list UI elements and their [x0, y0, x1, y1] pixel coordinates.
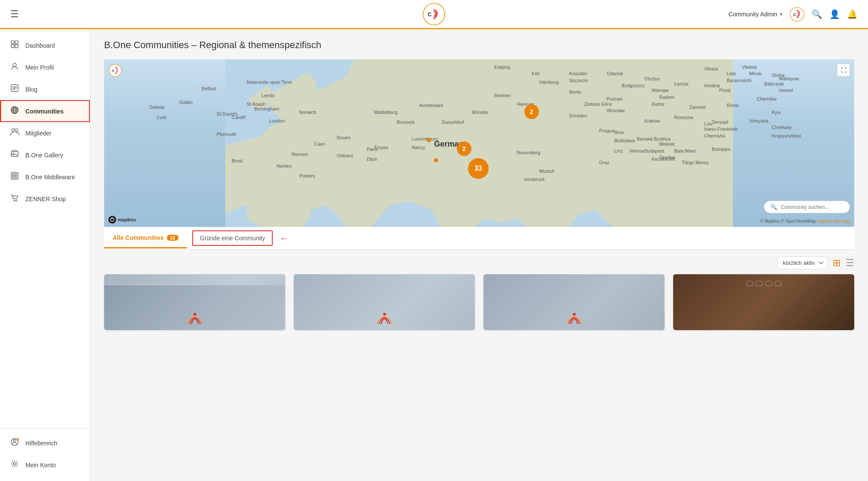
- help-icon: ?: [10, 438, 19, 448]
- svg-point-41: [193, 313, 196, 316]
- sidebar-item-mein-profil[interactable]: Mein Profil: [0, 56, 90, 78]
- map-label-stdavids: St David's: [217, 111, 238, 116]
- content-area: B.One Communities – Regional & themenspe…: [90, 29, 868, 481]
- map-label-kyiv: Kyiv: [772, 110, 781, 115]
- svg-point-28: [14, 200, 15, 201]
- map-label-munich: Munich: [539, 169, 554, 174]
- map-label-baiamare: Baia Mare: [674, 148, 696, 153]
- map-label-chernihiv: Chernihiv: [757, 96, 776, 101]
- sidebar-item-dashboard[interactable]: Dashboard: [0, 34, 90, 56]
- svg-point-0: [423, 3, 445, 25]
- improve-map-link[interactable]: Improve this map: [817, 219, 850, 224]
- tab-all-communities[interactable]: Alle Communities 12: [104, 228, 187, 248]
- map-label-esbjerg: Esbjerg: [494, 64, 510, 70]
- sidebar-item-blog[interactable]: Blog: [0, 78, 90, 100]
- header-app-logo-small: C: [789, 6, 805, 22]
- sidebar-item-mitglieder[interactable]: Mitglieder: [0, 122, 90, 144]
- map-label-babruysk: Babruysk: [764, 81, 784, 86]
- map-label-berlin: Berlin: [569, 89, 581, 95]
- sidebar: Dashboard Mein Profil: [0, 29, 90, 481]
- map-label-rouen: Rouen: [337, 135, 351, 140]
- sidebar-item-mein-konto[interactable]: Mein Konto: [0, 454, 90, 476]
- svg-point-31: [13, 439, 16, 442]
- map-label-norwich: Norwich: [299, 110, 316, 115]
- map-label-orsha: Orsha: [772, 73, 785, 78]
- map-label-lomza: Łomża: [674, 81, 688, 86]
- main-container: Dashboard Mein Profil: [0, 29, 868, 481]
- map-container[interactable]: Germany Esbjerg Kiel Hámburg Bremen Berl…: [104, 59, 854, 227]
- communities-icon: [10, 106, 19, 116]
- map-label-rzeszow: Rzeszów: [674, 115, 693, 120]
- svg-text:C: C: [428, 11, 432, 17]
- sidebar-item-label-middleware: B.One Middleware: [25, 174, 75, 181]
- account-icon: [10, 460, 19, 470]
- map-label-radom: Radom: [659, 95, 674, 100]
- map-label-pinsk: Pinsk: [719, 88, 731, 93]
- sidebar-item-communities[interactable]: Communities: [0, 100, 90, 122]
- svg-rect-7: [15, 45, 18, 48]
- svg-point-2: [790, 7, 804, 21]
- sort-select[interactable]: kürzlich aktiv Alphabetisch Neu erstellt: [777, 257, 828, 269]
- svg-rect-4: [11, 41, 14, 44]
- sidebar-bottom: ? Hilfebereich Mein Konto: [0, 428, 90, 476]
- community-card-4-image: [673, 274, 854, 330]
- tab-gruende-wrapper: Gründe eine Community ←: [187, 227, 289, 249]
- view-grid-button[interactable]: ⊞: [833, 257, 840, 269]
- map-fullscreen-button[interactable]: ⛶: [837, 64, 850, 77]
- map-label-prague: Prague: [599, 128, 614, 133]
- map-label-hamburg: Hámburg: [539, 80, 559, 85]
- map-label-bydgoszcz: Bydgoszcz: [622, 83, 644, 88]
- sidebar-item-hilfebereich[interactable]: ? Hilfebereich: [0, 432, 90, 454]
- svg-point-40: [112, 218, 113, 219]
- community-card-1[interactable]: [104, 274, 285, 330]
- view-list-button[interactable]: ☰: [846, 257, 854, 269]
- user-info[interactable]: Community Admin ▾: [728, 11, 782, 18]
- sidebar-item-wrapper-communities: Communities ←: [0, 100, 90, 122]
- logo-container: C: [422, 3, 446, 26]
- svg-text:C: C: [793, 12, 796, 16]
- map-label-galway: Galway: [149, 104, 165, 110]
- svg-point-29: [16, 200, 17, 201]
- map-label-plymouth: Plymouth: [217, 132, 237, 137]
- grid-controls: kürzlich aktiv Alphabetisch Neu erstellt…: [104, 250, 854, 274]
- map-label-brest: Brest: [231, 158, 243, 163]
- user-icon[interactable]: 👤: [829, 9, 840, 19]
- map-search-input[interactable]: [781, 204, 843, 210]
- middleware-icon: [10, 172, 19, 182]
- cluster-2b[interactable]: 2: [457, 141, 471, 156]
- cluster-2a[interactable]: 2: [524, 104, 539, 119]
- app-logo: C: [422, 3, 446, 26]
- map-labels-overlay: Germany Esbjerg Kiel Hámburg Bremen Berl…: [104, 59, 854, 227]
- header-right: Community Admin ▾ C 🔍 👤 🔔: [728, 6, 858, 22]
- community-card-4[interactable]: [673, 274, 854, 330]
- gruende-arrow: ←: [280, 233, 288, 243]
- hamburger-icon[interactable]: ☰: [10, 9, 19, 20]
- cluster-33[interactable]: 33: [468, 158, 489, 179]
- community-card-3-image: [483, 274, 665, 330]
- bell-icon[interactable]: 🔔: [847, 9, 858, 19]
- sidebar-item-bone-middleware[interactable]: B.One Middleware: [0, 166, 90, 188]
- mitglieder-icon: [10, 128, 19, 138]
- sidebar-item-bone-gallery[interactable]: B.One Gallery: [0, 144, 90, 166]
- search-icon[interactable]: 🔍: [812, 9, 822, 19]
- map-background: Germany Esbjerg Kiel Hámburg Bremen Berl…: [104, 59, 854, 227]
- sidebar-item-wrapper-shop: ZENNER Shop: [0, 188, 90, 210]
- svg-rect-24: [12, 174, 14, 175]
- sidebar-item-label-profil: Mein Profil: [25, 64, 54, 71]
- user-chevron-icon: ▾: [780, 11, 782, 17]
- tab-gruende-community[interactable]: Gründe eine Community: [192, 230, 273, 246]
- map-label-linz: Linz: [614, 148, 623, 153]
- sidebar-item-zenner-shop[interactable]: ZENNER Shop: [0, 188, 90, 210]
- sidebar-item-wrapper-dashboard: Dashboard: [0, 34, 90, 56]
- svg-rect-22: [12, 150, 17, 151]
- map-label-london: London: [269, 118, 285, 123]
- map-label-olsztyn: Olsztyn: [644, 76, 660, 81]
- map-label-leeds: Leeds: [262, 93, 274, 98]
- map-label-kropyvnytskyi: Kropyvnytskyi: [772, 133, 801, 138]
- map-label-banskabystrica: Banská Bystrica: [637, 136, 671, 141]
- sidebar-item-wrapper-middleware: B.One Middleware: [0, 166, 90, 188]
- community-card-2[interactable]: [294, 274, 475, 330]
- map-credit: © Mapbox © OpenStreetMap Improve this ma…: [760, 219, 850, 224]
- map-label-zielonagora: Zielona Góra: [584, 101, 612, 107]
- community-card-3[interactable]: [483, 274, 665, 330]
